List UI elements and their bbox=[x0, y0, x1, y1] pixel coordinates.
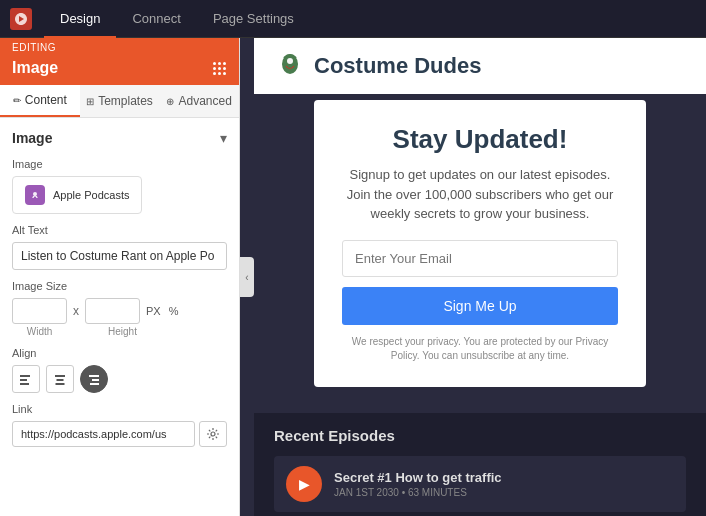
apple-podcast-icon bbox=[25, 185, 45, 205]
svg-rect-7 bbox=[56, 383, 65, 385]
alt-text-input[interactable] bbox=[12, 242, 227, 270]
svg-point-13 bbox=[287, 58, 293, 64]
svg-rect-8 bbox=[89, 375, 99, 377]
align-left-btn[interactable] bbox=[12, 365, 40, 393]
svg-point-1 bbox=[33, 192, 37, 196]
size-x-divider: x bbox=[73, 304, 79, 318]
link-label: Link bbox=[12, 403, 227, 415]
site-body: Stay Updated! Signup to get updates on o… bbox=[254, 94, 706, 516]
nav-tab-page-settings[interactable]: Page Settings bbox=[197, 0, 310, 38]
section-title: Image bbox=[12, 130, 52, 146]
widget-wrapper: Stay Updated! Signup to get updates on o… bbox=[254, 94, 706, 413]
align-row bbox=[12, 365, 227, 393]
svg-point-11 bbox=[211, 432, 215, 436]
site-logo: Costume Dudes bbox=[274, 50, 481, 82]
collapse-button[interactable]: ▾ bbox=[220, 130, 227, 146]
advanced-tab-icon: ⊕ bbox=[166, 96, 174, 107]
play-button[interactable]: ▶ bbox=[286, 466, 322, 502]
image-field-label: Image bbox=[12, 158, 227, 170]
height-sub-label: Height bbox=[95, 326, 150, 337]
tab-templates[interactable]: ⊞ Templates bbox=[80, 85, 160, 117]
tab-advanced-label: Advanced bbox=[178, 94, 231, 108]
image-preview[interactable]: Apple Podcasts bbox=[12, 176, 142, 214]
nav-tab-connect[interactable]: Connect bbox=[116, 0, 196, 38]
align-right-btn[interactable] bbox=[80, 365, 108, 393]
image-section-header: Image ▾ bbox=[12, 130, 227, 146]
app-logo bbox=[10, 8, 32, 30]
recent-section-title: Recent Episodes bbox=[274, 427, 686, 444]
link-row bbox=[12, 421, 227, 447]
privacy-text: We respect your privacy. You are protect… bbox=[342, 335, 618, 363]
unit-label: PX bbox=[146, 305, 161, 317]
editing-title: Image bbox=[0, 57, 239, 85]
templates-tab-icon: ⊞ bbox=[86, 96, 94, 107]
svg-rect-6 bbox=[57, 379, 64, 381]
episode-title: Secret #1 How to get traffic bbox=[334, 470, 674, 485]
sign-up-button[interactable]: Sign Me Up bbox=[342, 287, 618, 325]
editing-title-text: Image bbox=[12, 59, 58, 77]
align-label: Align bbox=[12, 347, 227, 359]
size-labels: Width Height bbox=[12, 326, 227, 337]
image-size-label: Image Size bbox=[12, 280, 227, 292]
align-center-btn[interactable] bbox=[46, 365, 74, 393]
apple-podcast-label: Apple Podcasts bbox=[53, 189, 129, 201]
main-layout: EDITING Image ✏ Content ⊞ Templates ⊕ Ad… bbox=[0, 38, 706, 516]
joker-logo-icon bbox=[274, 50, 306, 82]
svg-rect-5 bbox=[55, 375, 65, 377]
panel-content: Image ▾ Image Apple Podcasts Alt Text Im… bbox=[0, 118, 239, 516]
svg-rect-10 bbox=[90, 383, 99, 385]
alt-text-label: Alt Text bbox=[12, 224, 227, 236]
site-header: Costume Dudes bbox=[254, 38, 706, 94]
editing-label: EDITING bbox=[0, 38, 239, 57]
recent-section: Recent Episodes ▶ Secret #1 How to get t… bbox=[254, 413, 706, 517]
nav-tabs: Design Connect Page Settings bbox=[44, 0, 310, 38]
top-nav: Design Connect Page Settings bbox=[0, 0, 706, 38]
email-widget-input[interactable] bbox=[342, 240, 618, 277]
episode-info: Secret #1 How to get traffic JAN 1ST 203… bbox=[334, 470, 674, 498]
svg-rect-2 bbox=[20, 375, 30, 377]
content-tab-icon: ✏ bbox=[13, 95, 21, 106]
right-panel: ‹ Costume Dudes bbox=[240, 38, 706, 516]
tab-content[interactable]: ✏ Content bbox=[0, 85, 80, 117]
height-input[interactable] bbox=[85, 298, 140, 324]
link-input[interactable] bbox=[12, 421, 195, 447]
site-preview: Costume Dudes Stay Updated! Signup to ge… bbox=[254, 38, 706, 516]
episode-row: ▶ Secret #1 How to get traffic JAN 1ST 2… bbox=[274, 456, 686, 512]
widget-title: Stay Updated! bbox=[342, 124, 618, 155]
size-row: x PX % bbox=[12, 298, 227, 324]
collapse-handle[interactable]: ‹ bbox=[240, 257, 254, 297]
widget-description: Signup to get updates on our latest epis… bbox=[342, 165, 618, 224]
svg-rect-9 bbox=[92, 379, 99, 381]
tab-templates-label: Templates bbox=[98, 94, 153, 108]
site-title: Costume Dudes bbox=[314, 53, 481, 79]
panel-tabs: ✏ Content ⊞ Templates ⊕ Advanced bbox=[0, 85, 239, 118]
tab-content-label: Content bbox=[25, 93, 67, 107]
grid-dots-icon[interactable] bbox=[213, 62, 227, 75]
gear-button[interactable] bbox=[199, 421, 227, 447]
nav-tab-design[interactable]: Design bbox=[44, 0, 116, 38]
left-panel: EDITING Image ✏ Content ⊞ Templates ⊕ Ad… bbox=[0, 38, 240, 516]
svg-rect-4 bbox=[20, 383, 29, 385]
width-sub-label: Width bbox=[12, 326, 67, 337]
percent-label[interactable]: % bbox=[169, 305, 179, 317]
svg-rect-3 bbox=[20, 379, 27, 381]
email-widget: Stay Updated! Signup to get updates on o… bbox=[314, 100, 646, 387]
width-input[interactable] bbox=[12, 298, 67, 324]
episode-meta: JAN 1ST 2030 • 63 MINUTES bbox=[334, 487, 674, 498]
tab-advanced[interactable]: ⊕ Advanced bbox=[159, 85, 239, 117]
